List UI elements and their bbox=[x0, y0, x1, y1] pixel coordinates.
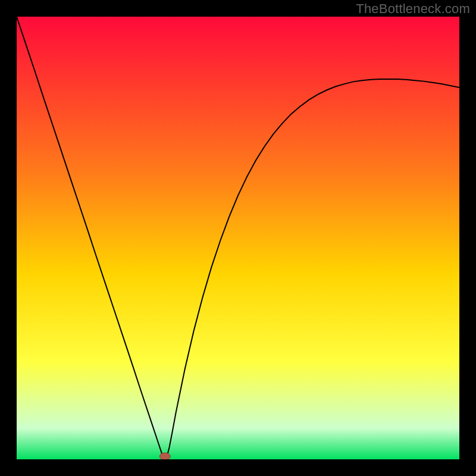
gradient-background bbox=[17, 17, 459, 459]
plot-area bbox=[17, 17, 459, 459]
watermark-text: TheBottleneck.com bbox=[356, 1, 470, 17]
minimum-marker bbox=[159, 453, 170, 459]
chart-svg bbox=[17, 17, 459, 459]
outer-frame: TheBottleneck.com bbox=[0, 0, 476, 476]
